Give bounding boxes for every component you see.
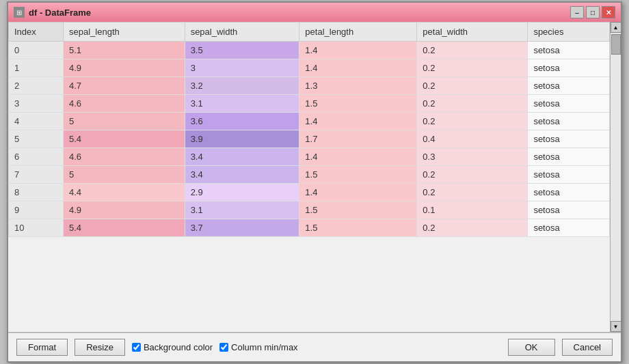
app-icon: ⊞ bbox=[14, 7, 25, 18]
table-row: 14.931.40.2setosa bbox=[9, 59, 610, 77]
cell-sepal-width: 2.9 bbox=[185, 184, 299, 201]
bg-color-checkbox[interactable] bbox=[132, 343, 141, 352]
cell-index: 9 bbox=[9, 201, 64, 219]
cell-sepal-width: 3.4 bbox=[185, 148, 299, 166]
cell-petal-length: 1.5 bbox=[299, 95, 417, 113]
resize-button[interactable]: Resize bbox=[75, 339, 125, 356]
cell-species: setosa bbox=[528, 184, 610, 201]
table-row: 94.93.11.50.1setosa bbox=[9, 201, 610, 219]
col-header-petal-length: petal_length bbox=[299, 23, 417, 42]
table-row: 05.13.51.40.2setosa bbox=[9, 42, 610, 59]
table-row: 84.42.91.40.2setosa bbox=[9, 184, 610, 201]
cell-petal-length: 1.4 bbox=[299, 184, 417, 201]
table-header-row: Index sepal_length sepal_width petal_len… bbox=[9, 23, 610, 42]
cell-index: 8 bbox=[9, 184, 64, 201]
cell-species: setosa bbox=[528, 219, 610, 237]
cell-petal-length: 1.5 bbox=[299, 201, 417, 219]
table-container: Index sepal_length sepal_width petal_len… bbox=[8, 22, 621, 333]
format-button[interactable]: Format bbox=[16, 339, 68, 356]
cell-species: setosa bbox=[528, 113, 610, 130]
cell-index: 4 bbox=[9, 113, 64, 130]
cell-sepal-length: 4.9 bbox=[64, 59, 185, 77]
table-row: 64.63.41.40.3setosa bbox=[9, 148, 610, 166]
cell-petal-width: 0.2 bbox=[417, 42, 528, 59]
cell-sepal-width: 3.7 bbox=[185, 219, 299, 237]
maximize-button[interactable]: □ bbox=[586, 6, 600, 18]
bg-color-checkbox-label[interactable]: Background color bbox=[132, 342, 213, 352]
cell-petal-length: 1.7 bbox=[299, 130, 417, 148]
cell-sepal-length: 5.1 bbox=[64, 42, 185, 59]
cell-petal-length: 1.4 bbox=[299, 148, 417, 166]
col-header-sepal-length: sepal_length bbox=[64, 23, 185, 42]
table-row: 753.41.50.2setosa bbox=[9, 166, 610, 184]
main-window: ⊞ df - DataFrame – □ ✕ Index sepal_lengt… bbox=[7, 1, 622, 363]
cell-petal-width: 0.1 bbox=[417, 201, 528, 219]
table-row: 55.43.91.70.4setosa bbox=[9, 130, 610, 148]
cell-index: 1 bbox=[9, 59, 64, 77]
col-header-sepal-width: sepal_width bbox=[185, 23, 299, 42]
cell-petal-width: 0.2 bbox=[417, 113, 528, 130]
title-buttons: – □ ✕ bbox=[570, 6, 615, 18]
col-header-species: species bbox=[528, 23, 610, 42]
minimize-button[interactable]: – bbox=[570, 6, 584, 18]
cell-index: 6 bbox=[9, 148, 64, 166]
table-row: 34.63.11.50.2setosa bbox=[9, 95, 610, 113]
window-title: df - DataFrame bbox=[29, 8, 91, 18]
cell-petal-length: 1.5 bbox=[299, 219, 417, 237]
cell-petal-width: 0.2 bbox=[417, 77, 528, 95]
col-header-petal-width: petal_width bbox=[417, 23, 528, 42]
cell-species: setosa bbox=[528, 201, 610, 219]
cell-index: 10 bbox=[9, 219, 64, 237]
cell-index: 2 bbox=[9, 77, 64, 95]
cell-index: 7 bbox=[9, 166, 64, 184]
col-minmax-checkbox-label[interactable]: Column min/max bbox=[219, 342, 298, 352]
cell-sepal-length: 5.4 bbox=[64, 130, 185, 148]
cell-sepal-length: 4.4 bbox=[64, 184, 185, 201]
cell-sepal-width: 3.1 bbox=[185, 201, 299, 219]
cell-species: setosa bbox=[528, 59, 610, 77]
cell-sepal-width: 3.4 bbox=[185, 166, 299, 184]
cell-sepal-length: 5 bbox=[64, 113, 185, 130]
cell-species: setosa bbox=[528, 166, 610, 184]
scrollbar-vertical[interactable]: ▲ ▼ bbox=[610, 22, 621, 332]
title-bar: ⊞ df - DataFrame – □ ✕ bbox=[8, 3, 621, 22]
cancel-button[interactable]: Cancel bbox=[562, 339, 613, 356]
cell-species: setosa bbox=[528, 42, 610, 59]
scroll-thumb[interactable] bbox=[611, 34, 621, 55]
cell-species: setosa bbox=[528, 130, 610, 148]
cell-petal-length: 1.4 bbox=[299, 59, 417, 77]
cell-sepal-width: 3.1 bbox=[185, 95, 299, 113]
cell-petal-width: 0.4 bbox=[417, 130, 528, 148]
cell-petal-width: 0.3 bbox=[417, 148, 528, 166]
title-bar-left: ⊞ df - DataFrame bbox=[14, 7, 91, 18]
col-minmax-checkbox[interactable] bbox=[219, 343, 228, 352]
col-minmax-label: Column min/max bbox=[231, 342, 298, 352]
cell-sepal-length: 4.9 bbox=[64, 201, 185, 219]
cell-petal-width: 0.2 bbox=[417, 184, 528, 201]
cell-petal-length: 1.5 bbox=[299, 166, 417, 184]
cell-petal-length: 1.3 bbox=[299, 77, 417, 95]
ok-button[interactable]: OK bbox=[508, 339, 555, 356]
cell-index: 5 bbox=[9, 130, 64, 148]
cell-sepal-width: 3.6 bbox=[185, 113, 299, 130]
close-button[interactable]: ✕ bbox=[602, 6, 615, 18]
cell-species: setosa bbox=[528, 148, 610, 166]
scroll-down-arrow[interactable]: ▼ bbox=[611, 321, 621, 332]
dataframe-table: Index sepal_length sepal_width petal_len… bbox=[8, 22, 610, 237]
table-row: 453.61.40.2setosa bbox=[9, 113, 610, 130]
cell-index: 3 bbox=[9, 95, 64, 113]
cell-sepal-length: 4.6 bbox=[64, 95, 185, 113]
cell-species: setosa bbox=[528, 95, 610, 113]
cell-sepal-length: 5 bbox=[64, 166, 185, 184]
cell-species: setosa bbox=[528, 77, 610, 95]
cell-sepal-width: 3.2 bbox=[185, 77, 299, 95]
cell-sepal-width: 3 bbox=[185, 59, 299, 77]
cell-petal-length: 1.4 bbox=[299, 113, 417, 130]
cell-sepal-length: 4.7 bbox=[64, 77, 185, 95]
bg-color-label: Background color bbox=[144, 342, 213, 352]
footer: Format Resize Background color Column mi… bbox=[8, 333, 621, 361]
cell-sepal-length: 4.6 bbox=[64, 148, 185, 166]
cell-petal-width: 0.2 bbox=[417, 219, 528, 237]
scroll-up-arrow[interactable]: ▲ bbox=[611, 22, 621, 33]
cell-petal-width: 0.2 bbox=[417, 59, 528, 77]
